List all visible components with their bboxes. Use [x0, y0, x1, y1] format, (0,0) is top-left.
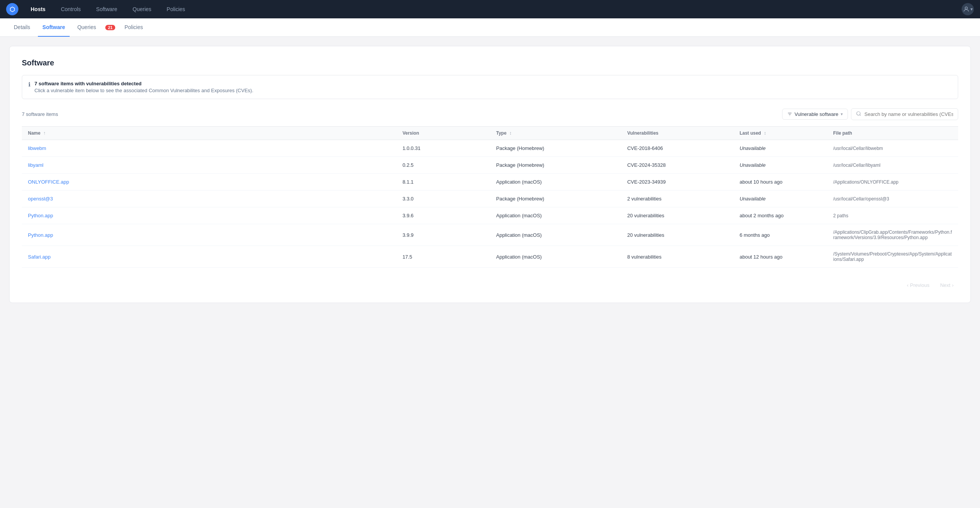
software-link-6[interactable]: Safari.app	[28, 254, 51, 260]
alert-sub-text: Click a vulnerable item below to see the…	[34, 88, 253, 93]
cell-version-1: 0.2.5	[396, 157, 490, 174]
app-logo[interactable]: ⬡	[6, 3, 18, 15]
cell-version-2: 8.1.1	[396, 174, 490, 190]
cell-vuln-0: CVE-2018-6406	[621, 140, 733, 157]
cell-type-4: Application (macOS)	[490, 207, 621, 224]
svg-line-5	[860, 115, 861, 116]
cell-lastused-0: Unavailable	[733, 140, 827, 157]
chevron-right-icon: ›	[952, 282, 954, 288]
software-card: Software ℹ 7 software items with vulnera…	[9, 46, 971, 303]
cell-type-2: Application (macOS)	[490, 174, 621, 190]
table-row: Python.app 3.9.6 Application (macOS) 20 …	[22, 207, 958, 224]
software-link-5[interactable]: Python.app	[28, 232, 53, 238]
cell-version-3: 3.3.0	[396, 190, 490, 207]
nav-queries[interactable]: Queries	[126, 3, 157, 15]
cell-lastused-4: about 2 months ago	[733, 207, 827, 224]
nav-policies[interactable]: Policies	[160, 3, 191, 15]
sort-arrow-type: ↕	[509, 130, 511, 136]
software-link-1[interactable]: libyaml	[28, 162, 43, 168]
cell-vuln-4: 20 vulnerabilities	[621, 207, 733, 224]
table-row: Python.app 3.9.9 Application (macOS) 20 …	[22, 224, 958, 246]
cell-filepath-0: /usr/local/Cellar/libwebm	[827, 140, 958, 157]
cell-filepath-2: /Applications/ONLYOFFICE.app	[827, 174, 958, 190]
svg-point-4	[857, 112, 860, 115]
cell-lastused-5: 6 months ago	[733, 224, 827, 246]
top-navigation: ⬡ Hosts Controls Software Queries Polici…	[0, 0, 980, 18]
cell-vuln-3: 2 vulnerabilities	[621, 190, 733, 207]
next-button[interactable]: Next ›	[936, 280, 958, 290]
previous-button[interactable]: ‹ Previous	[902, 280, 934, 290]
table-row: libyaml 0.2.5 Package (Homebrew) CVE-202…	[22, 157, 958, 174]
sort-arrow-lastused: ↕	[764, 130, 766, 136]
svg-point-0	[965, 7, 967, 9]
cell-name-6[interactable]: Safari.app	[22, 246, 396, 268]
main-content: Software ℹ 7 software items with vulnera…	[0, 37, 980, 312]
cell-version-6: 17.5	[396, 246, 490, 268]
chevron-left-icon: ‹	[907, 282, 908, 288]
cell-name-2[interactable]: ONLYOFFICE.app	[22, 174, 396, 190]
cell-vuln-2: CVE-2023-34939	[621, 174, 733, 190]
cell-filepath-1: /usr/local/Cellar/libyaml	[827, 157, 958, 174]
sub-navigation: Details Software Queries 21 Policies	[0, 18, 980, 37]
col-header-lastused[interactable]: Last used ↕	[733, 127, 827, 140]
policies-badge: 21	[105, 25, 115, 30]
nav-hosts[interactable]: Hosts	[24, 3, 52, 15]
software-link-3[interactable]: openssl@3	[28, 196, 53, 202]
tab-policies[interactable]: Policies	[120, 18, 147, 37]
alert-bold-text: 7 software items with vulnerabilities de…	[34, 81, 253, 86]
table-filters: Vulnerable software ▾	[782, 108, 958, 120]
cell-lastused-1: Unavailable	[733, 157, 827, 174]
cell-vuln-1: CVE-2024-35328	[621, 157, 733, 174]
cell-filepath-3: /usr/local/Cellar/openssl@3	[827, 190, 958, 207]
table-row: libwebm 1.0.0.31 Package (Homebrew) CVE-…	[22, 140, 958, 157]
cell-name-4[interactable]: Python.app	[22, 207, 396, 224]
cell-type-6: Application (macOS)	[490, 246, 621, 268]
col-header-name[interactable]: Name ↑	[22, 127, 396, 140]
cell-type-1: Package (Homebrew)	[490, 157, 621, 174]
tab-details[interactable]: Details	[9, 18, 35, 37]
sort-arrow-name: ↑	[43, 130, 46, 136]
cell-type-3: Package (Homebrew)	[490, 190, 621, 207]
software-link-0[interactable]: libwebm	[28, 145, 46, 151]
table-row: Safari.app 17.5 Application (macOS) 8 vu…	[22, 246, 958, 268]
cell-type-0: Package (Homebrew)	[490, 140, 621, 157]
info-icon: ℹ	[28, 81, 31, 88]
software-link-2[interactable]: ONLYOFFICE.app	[28, 179, 69, 185]
search-input[interactable]	[864, 111, 953, 117]
table-row: openssl@3 3.3.0 Package (Homebrew) 2 vul…	[22, 190, 958, 207]
filter-icon	[787, 112, 792, 117]
search-icon	[856, 111, 861, 117]
vulnerable-software-filter[interactable]: Vulnerable software ▾	[782, 109, 848, 120]
page-title: Software	[22, 59, 958, 67]
chevron-down-icon: ▾	[841, 112, 843, 117]
cell-lastused-6: about 12 hours ago	[733, 246, 827, 268]
cell-name-0[interactable]: libwebm	[22, 140, 396, 157]
vulnerability-alert: ℹ 7 software items with vulnerabilities …	[22, 75, 958, 99]
software-table: Name ↑ Version Type ↕ Vulnerabilities La…	[22, 126, 958, 268]
items-count: 7 software items	[22, 111, 58, 117]
cell-name-3[interactable]: openssl@3	[22, 190, 396, 207]
cell-vuln-5: 20 vulnerabilities	[621, 224, 733, 246]
cell-name-5[interactable]: Python.app	[22, 224, 396, 246]
col-header-filepath: File path	[827, 127, 958, 140]
nav-software[interactable]: Software	[90, 3, 123, 15]
cell-vuln-6: 8 vulnerabilities	[621, 246, 733, 268]
col-header-type[interactable]: Type ↕	[490, 127, 621, 140]
cell-filepath-4: 2 paths	[827, 207, 958, 224]
cell-lastused-3: Unavailable	[733, 190, 827, 207]
cell-version-5: 3.9.9	[396, 224, 490, 246]
cell-type-5: Application (macOS)	[490, 224, 621, 246]
cell-version-0: 1.0.0.31	[396, 140, 490, 157]
cell-filepath-5: /Applications/ClipGrab.app/Contents/Fram…	[827, 224, 958, 246]
table-controls: 7 software items Vulnerable software ▾	[22, 108, 958, 120]
search-box[interactable]	[851, 108, 958, 120]
col-header-vulnerabilities: Vulnerabilities	[621, 127, 733, 140]
cell-name-1[interactable]: libyaml	[22, 157, 396, 174]
user-avatar[interactable]: ▾	[962, 3, 974, 15]
tab-queries[interactable]: Queries	[73, 18, 101, 37]
software-link-4[interactable]: Python.app	[28, 213, 53, 218]
cell-lastused-2: about 10 hours ago	[733, 174, 827, 190]
nav-controls[interactable]: Controls	[55, 3, 87, 15]
col-header-version: Version	[396, 127, 490, 140]
tab-software[interactable]: Software	[38, 18, 70, 37]
